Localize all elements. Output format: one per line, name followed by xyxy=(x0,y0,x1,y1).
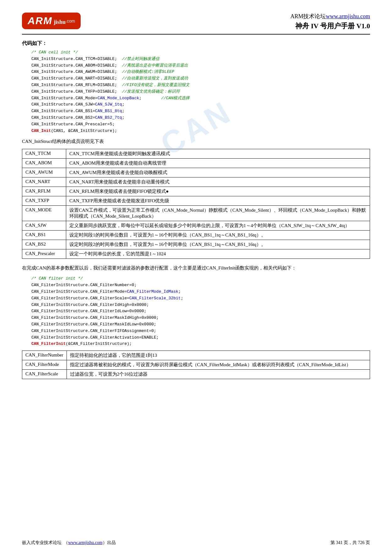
table1-intro: CAN_InitStruct结构体的成员说明见下表 xyxy=(22,137,370,146)
table-cell-member: CAN_RFLM xyxy=(22,187,66,196)
table-row: CAN_RFLM CAN_RFLM用来使能或者去使能FIFO锁定模式● xyxy=(22,187,370,196)
logo-arm: ARM xyxy=(28,15,52,27)
code-line: CAN_InitStructure.CAN_SJW=CAN_SJW_1tq; xyxy=(31,101,370,108)
footer-left: 嵌入式专业技术论坛 （www.armjishu.com）出品 xyxy=(22,540,116,546)
table-row: CAN_ABOM CAN_ABOM用来使能或者去使能自动离线管理 xyxy=(22,159,370,168)
manual-title: 神舟 IV 号用户手册 V1.0 xyxy=(93,21,370,31)
code-line: CAN_InitStructure.CAN_ABOM=DISABLE; //离线… xyxy=(31,63,370,69)
table1: CAN_TTCM CAN_TTCM用来使能或去使能时间触发通讯模式 CAN_AB… xyxy=(22,149,370,259)
code-line: CAN_InitStructure.CAN_Mode=CAN_Mode_Loop… xyxy=(31,95,370,102)
table-row: CAN_FilterMode 指定过滤器将被初始化的模式，可设置为标识符屏蔽位模… xyxy=(22,360,370,370)
table-row: CAN_NART CAN_NART用来使能或者去使能非自动重传模式 xyxy=(22,177,370,187)
table2: CAN_FilterNumber 指定待初始化的过滤器，它的范围是1到13 CA… xyxy=(22,351,370,379)
logo-area: ARM jishu.com xyxy=(22,13,81,29)
table-cell-desc: 设定时间段1的时间单位数目，可设置为1～16个时间单位（CAN_BS1_1tq～… xyxy=(66,231,370,240)
logo-com: .com xyxy=(66,19,75,24)
code-line: CAN_FilterInitStructure.CAN_FilterIdHigh… xyxy=(31,302,370,308)
header-right: ARM技术论坛www.armjishu.com 神舟 IV 号用户手册 V1.0 xyxy=(93,13,370,31)
code-line: CAN_InitStructure.CAN_AWUM=DISABLE; //自动… xyxy=(31,69,370,75)
table-cell-member: CAN_AWUM xyxy=(22,168,66,177)
table-cell-desc: 定义重新同步跳跃宽度，即每位中可以延长或缩短多少个时间单位的上限，可设置为1～4… xyxy=(66,221,370,231)
header-divider xyxy=(22,34,370,35)
table-cell-desc: 指定待初始化的过滤器，它的范围是1到13 xyxy=(67,351,370,360)
logo-jishu: jishu xyxy=(54,19,66,25)
table-cell-desc: CAN_ABOM用来使能或者去使能自动离线管理 xyxy=(66,159,370,168)
section-intro: 代码如下： xyxy=(22,40,370,47)
logo-box: ARM jishu.com xyxy=(22,13,81,29)
code-line: CAN_InitStructure.CAN_RFLM=DISABLE; //FI… xyxy=(31,82,370,89)
table-row: CAN_SJW 定义重新同步跳跃宽度，即每位中可以延长或缩短多少个时间单位的上限… xyxy=(22,221,370,231)
code-line: CAN_FilterInitStructure.CAN_FilterMaskId… xyxy=(31,315,370,321)
table-row: CAN_BS1 设定时间段1的时间单位数目，可设置为1～16个时间单位（CAN_… xyxy=(22,231,370,240)
table-row: CAN_Prescaler 设定一个时间单位的长度，它的范围是1～1024 xyxy=(22,249,370,259)
code-line: CAN_InitStructure.CAN_NART=DISABLE; //自动… xyxy=(31,75,370,82)
table-cell-member: CAN_MODE xyxy=(22,206,66,221)
header: ARM jishu.com ARM技术论坛www.armjishu.com 神舟… xyxy=(22,13,370,31)
table-cell-member: CAN_NART xyxy=(22,177,66,187)
table-cell-desc: 设定时间段2的时间单位数目，可设置为1～16个时间单位（CAN_BS1_1tq～… xyxy=(66,240,370,249)
code-line: CAN_FilterInitStructure.CAN_FilterIdLow=… xyxy=(31,308,370,315)
table-cell-desc: 指定过滤器将被初始化的模式，可设置为标识符屏蔽位模式（CAN_FilterMod… xyxy=(67,360,370,370)
table-cell-desc: CAN_TXFP用来使能或者去使能发送FIFO优先级 xyxy=(66,196,370,206)
code-line: CAN_FilterInitStructure.CAN_FilterMode=C… xyxy=(31,289,370,295)
code-line: CAN_InitStructure.CAN_BS1=CAN_BS1_8tq; xyxy=(31,108,370,115)
table-cell-member: CAN_ABOM xyxy=(22,159,66,168)
table-cell-desc: CAN_NART用来使能或者去使能非自动重传模式 xyxy=(66,177,370,187)
code-line: CAN_InitStructure.CAN_TTCM=DISABLE; //禁止… xyxy=(31,56,370,63)
table-cell-member: CAN_TTCM xyxy=(22,149,66,159)
table-cell-member: CAN_TXFP xyxy=(22,196,66,206)
forum-url[interactable]: www.armjishu.com xyxy=(326,13,370,19)
table-cell-desc: 设置CAN工作模式，可设置为正常工作模式（CAN_Mode_Normal）静默模… xyxy=(66,206,370,221)
code-line: CAN_Init(CAN1, &CAN_InitStructure); xyxy=(31,128,370,134)
code-line: CAN_InitStructure.CAN_Prescaler=5; xyxy=(31,121,370,128)
table-cell-member: CAN_FilterNumber xyxy=(22,351,67,360)
table-cell-desc: CAN_RFLM用来使能或者去使能FIFO锁定模式● xyxy=(66,187,370,196)
body-text-1: 在完成CAN的基本参数配置以后，我们还需要对滤波器的参数进行配置，这个主要是通过… xyxy=(22,264,370,272)
forum-title: ARM技术论坛www.armjishu.com xyxy=(93,13,370,20)
code-line: CAN_FilterInitStructure.CAN_FilterScale=… xyxy=(31,295,370,302)
table-cell-desc: CAN_TTCM用来使能或去使能时间触发通讯模式 xyxy=(66,149,370,159)
code-block-1: /* CAN cell init */ CAN_InitStructure.CA… xyxy=(22,49,370,134)
footer: 嵌入式专业技术论坛 （www.armjishu.com）出品 第 341 页，共… xyxy=(22,540,370,546)
table-row: CAN_FilterNumber 指定待初始化的过滤器，它的范围是1到13 xyxy=(22,351,370,360)
code-line: /* CAN filter init */ xyxy=(31,275,370,282)
table-cell-desc: CAN_AWUM用来使能或者去使能自动唤醒模式 xyxy=(66,168,370,177)
page: CAN ARM jishu.com ARM技术论坛www.armjishu.co… xyxy=(0,0,392,555)
code-line: CAN_InitStructure.CAN_BS2=CAN_BS2_7tq; xyxy=(31,115,370,121)
code-line: CAN_FilterInitStructure.CAN_FilterFIFOAs… xyxy=(31,328,370,335)
table-row: CAN_MODE 设置CAN工作模式，可设置为正常工作模式（CAN_Mode_N… xyxy=(22,206,370,221)
table-cell-member: CAN_FilterScale xyxy=(22,370,67,379)
table-row: CAN_AWUM CAN_AWUM用来使能或者去使能自动唤醒模式 xyxy=(22,168,370,177)
table-cell-member: CAN_BS1 xyxy=(22,231,66,240)
table-row: CAN_FilterScale 过滤器位宽，可设置为2个16位过滤器 xyxy=(22,370,370,379)
table-cell-desc: 过滤器位宽，可设置为2个16位过滤器 xyxy=(67,370,370,379)
table-cell-desc: 设定一个时间单位的长度，它的范围是1～1024 xyxy=(66,249,370,259)
code-line: CAN_FilterInitStructure.CAN_FilterMaskId… xyxy=(31,321,370,328)
code-line: /* CAN cell init */ xyxy=(31,49,370,56)
code-line: CAN_FilterInit(&CAN_FilterInitStructure)… xyxy=(31,341,370,347)
table-row: CAN_TXFP CAN_TXFP用来使能或者去使能发送FIFO优先级 xyxy=(22,196,370,206)
table-cell-member: CAN_Prescaler xyxy=(22,249,66,259)
code-line: CAN_FilterInitStructure.CAN_FilterActiva… xyxy=(31,335,370,341)
table-cell-member: CAN_FilterMode xyxy=(22,360,67,370)
table-row: CAN_BS2 设定时间段2的时间单位数目，可设置为1～16个时间单位（CAN_… xyxy=(22,240,370,249)
footer-url[interactable]: www.armjishu.com xyxy=(68,540,103,545)
code-block-2: /* CAN filter init */ CAN_FilterInitStru… xyxy=(22,275,370,347)
table-row: CAN_TTCM CAN_TTCM用来使能或去使能时间触发通讯模式 xyxy=(22,149,370,159)
footer-page-num: 第 341 页，共 726 页 xyxy=(330,540,370,546)
code-line: CAN_FilterInitStructure.CAN_FilterNumber… xyxy=(31,282,370,289)
table-cell-member: CAN_SJW xyxy=(22,221,66,231)
code-line: CAN_InitStructure.CAN_TXFP=DISABLE; //发送… xyxy=(31,89,370,95)
table-cell-member: CAN_BS2 xyxy=(22,240,66,249)
